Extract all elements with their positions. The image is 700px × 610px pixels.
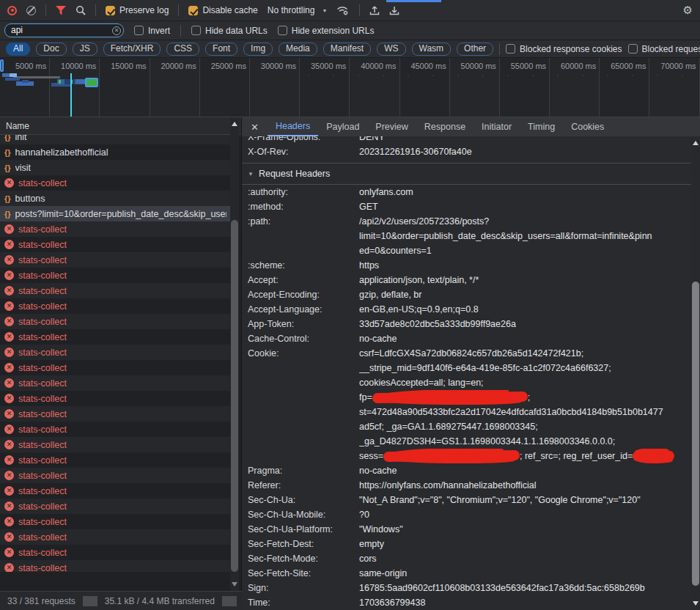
- filter-chip-all[interactable]: All: [6, 43, 30, 56]
- request-row[interactable]: {}buttons: [0, 191, 231, 206]
- request-row[interactable]: ✕stats-collect: [0, 514, 231, 529]
- checkbox-checked[interactable]: [106, 6, 115, 15]
- request-row[interactable]: ✕stats-collect: [0, 329, 231, 345]
- checkbox-unchecked[interactable]: [278, 26, 287, 35]
- scroll-down-icon[interactable]: [693, 601, 699, 606]
- tab-headers[interactable]: Headers: [268, 117, 318, 136]
- blocked-response-cookies-checkbox[interactable]: Blocked response cookies: [506, 44, 622, 54]
- disable-cache-checkbox[interactable]: Disable cache: [188, 5, 257, 15]
- blocked-requests-checkbox[interactable]: Blocked requests: [628, 44, 700, 54]
- details-scrollbar[interactable]: [691, 136, 700, 610]
- request-row[interactable]: ✕stats-collect: [0, 314, 231, 329]
- request-row[interactable]: ✕stats-collect: [0, 452, 231, 468]
- filter-chip-wasm[interactable]: Wasm: [412, 43, 452, 56]
- request-row[interactable]: ✕stats-collect: [0, 360, 231, 375]
- request-row[interactable]: ✕stats-collect: [0, 391, 231, 406]
- scrollbar-thumb[interactable]: [231, 220, 238, 572]
- request-row[interactable]: ✕stats-collect: [0, 221, 231, 237]
- filter-chip-font[interactable]: Font: [205, 43, 237, 56]
- filter-toggle-icon[interactable]: [56, 6, 66, 15]
- divider: [359, 4, 360, 16]
- request-name: stats-collect: [18, 301, 67, 312]
- redaction-scribble: [383, 450, 520, 462]
- checkbox-checked[interactable]: [188, 6, 198, 15]
- request-name: stats-collect: [18, 409, 67, 419]
- request-row[interactable]: ✕stats-collect: [0, 483, 231, 499]
- name-column-label: Name: [6, 121, 29, 131]
- tab-payload[interactable]: Payload: [318, 117, 367, 136]
- scroll-up-icon[interactable]: [232, 122, 237, 126]
- request-row[interactable]: ✕stats-collect: [0, 560, 231, 572]
- request-row[interactable]: ✕stats-collect: [0, 252, 231, 268]
- checkbox-unchecked[interactable]: [506, 44, 515, 54]
- json-braces-icon: {}: [4, 210, 11, 218]
- request-row[interactable]: ✕stats-collect: [0, 437, 231, 452]
- filter-input[interactable]: [4, 23, 124, 37]
- scrollbar-thumb[interactable]: [692, 282, 699, 586]
- name-column-header[interactable]: Name: [0, 117, 241, 135]
- header-name: Sec-Fetch-Mode:: [242, 551, 359, 566]
- close-icon[interactable]: ✕: [242, 122, 268, 133]
- invert-checkbox[interactable]: Invert: [134, 26, 170, 36]
- request-row[interactable]: {}visit: [0, 160, 231, 175]
- settings-gear-icon[interactable]: ⚙: [683, 4, 693, 17]
- tab-initiator[interactable]: Initiator: [474, 117, 520, 136]
- filter-chip-css[interactable]: CSS: [166, 43, 199, 56]
- filter-chip-ws[interactable]: WS: [377, 43, 405, 56]
- record-button[interactable]: [7, 6, 17, 15]
- throttling-select[interactable]: No throttling ▼: [268, 5, 328, 15]
- checkbox-unchecked[interactable]: [628, 44, 638, 54]
- hide-data-urls-checkbox[interactable]: Hide data URLs: [191, 26, 268, 36]
- request-row[interactable]: ✕stats-collect: [0, 499, 231, 514]
- preserve-log-checkbox[interactable]: Preserve log: [106, 5, 169, 15]
- error-icon: ✕: [4, 455, 14, 465]
- request-row[interactable]: ✕stats-collect: [0, 468, 231, 483]
- request-row[interactable]: ✕stats-collect: [0, 422, 231, 437]
- export-har-icon[interactable]: [389, 5, 399, 15]
- clear-button[interactable]: [26, 6, 36, 15]
- network-conditions-icon[interactable]: [336, 5, 350, 15]
- tab-response[interactable]: Response: [416, 117, 474, 136]
- filter-chip-img[interactable]: Img: [243, 43, 273, 56]
- filter-chip-fetch-xhr[interactable]: Fetch/XHR: [103, 43, 161, 56]
- request-row[interactable]: ✕stats-collect: [0, 375, 231, 391]
- tab-timing[interactable]: Timing: [520, 117, 563, 136]
- request-row[interactable]: {}posts?limit=10&order=publish_date_desc…: [0, 206, 231, 221]
- request-row[interactable]: {}hannahelizabethofficial: [0, 144, 231, 160]
- request-row[interactable]: ✕stats-collect: [0, 406, 231, 422]
- scroll-up-icon[interactable]: [693, 141, 699, 145]
- request-row[interactable]: ✕stats-collect: [0, 529, 231, 545]
- checkbox-unchecked[interactable]: [134, 26, 144, 35]
- request-list-scrollbar[interactable]: [230, 117, 239, 591]
- filter-chip-media[interactable]: Media: [279, 43, 317, 56]
- request-row[interactable]: ✕stats-collect: [0, 237, 231, 252]
- filter-chip-js[interactable]: JS: [73, 43, 97, 56]
- network-toolbar: Preserve log Disable cache No throttling…: [0, 0, 700, 21]
- import-har-icon[interactable]: [369, 5, 380, 15]
- hide-extension-urls-checkbox[interactable]: Hide extension URLs: [278, 26, 375, 36]
- filter-chip-other[interactable]: Other: [457, 43, 493, 56]
- header-value: onlyfans.com: [359, 185, 691, 199]
- filter-chip-manifest[interactable]: Manifest: [323, 43, 371, 56]
- request-row[interactable]: ✕stats-collect: [0, 175, 231, 191]
- tab-cookies[interactable]: Cookies: [563, 117, 612, 136]
- request-row[interactable]: ✕stats-collect: [0, 298, 231, 314]
- main-split: Name {}init{}hannahelizabethofficial{}vi…: [0, 117, 700, 610]
- request-row[interactable]: ✕stats-collect: [0, 345, 231, 360]
- request-headers-section[interactable]: ▼Request Headers: [242, 163, 691, 185]
- request-name: stats-collect: [18, 563, 67, 573]
- filter-chip-doc[interactable]: Doc: [36, 43, 66, 56]
- checkbox-unchecked[interactable]: [191, 26, 201, 35]
- request-row[interactable]: ✕stats-collect: [0, 283, 231, 298]
- overview-timeline[interactable]: 5000 ms10000 ms15000 ms20000 ms25000 ms3…: [0, 58, 700, 117]
- request-name: posts?limit=10&order=publish_date_desc&s…: [15, 209, 226, 219]
- request-row[interactable]: ✕stats-collect: [0, 545, 231, 560]
- resource-type-filter-row: AllDocJSFetch/XHRCSSFontImgMediaManifest…: [0, 40, 700, 58]
- clear-filter-icon[interactable]: ✕: [112, 26, 121, 35]
- scroll-down-icon[interactable]: [232, 582, 237, 587]
- search-icon[interactable]: [75, 5, 86, 15]
- tab-preview[interactable]: Preview: [367, 117, 416, 136]
- request-row[interactable]: {}init: [0, 135, 231, 144]
- request-row[interactable]: ✕stats-collect: [0, 268, 231, 283]
- header-value: en-GB,en-US;q=0.9,en;q=0.8: [359, 302, 691, 317]
